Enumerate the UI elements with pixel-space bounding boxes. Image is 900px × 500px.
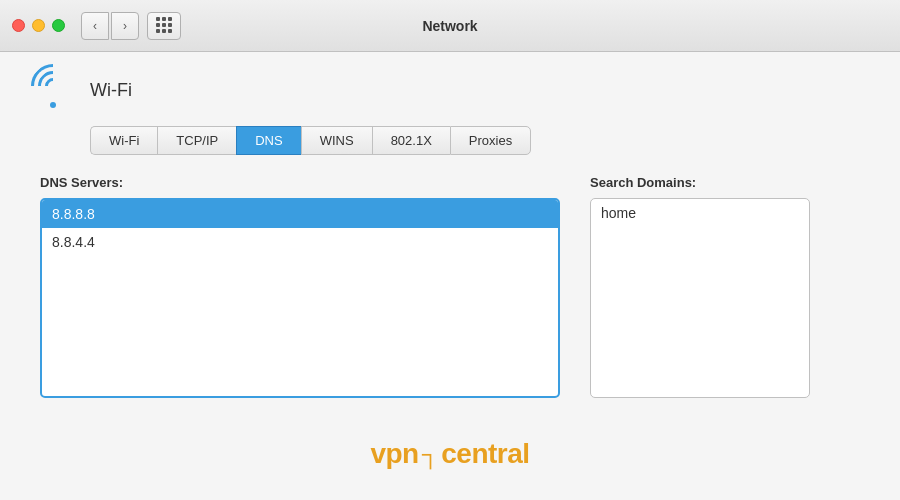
tab-tcpip[interactable]: TCP/IP bbox=[157, 126, 236, 155]
main-content: Wi-Fi Wi-Fi TCP/IP DNS WINS 802.1X Proxi… bbox=[0, 52, 900, 500]
titlebar: ‹ › Network bbox=[0, 0, 900, 52]
dns-area: DNS Servers: 8.8.8.8 8.8.4.4 Search Doma… bbox=[30, 175, 870, 398]
grid-button[interactable] bbox=[147, 12, 181, 40]
dns-servers-label: DNS Servers: bbox=[40, 175, 560, 190]
watermark-central: central bbox=[441, 438, 529, 470]
search-domain-item[interactable]: home bbox=[591, 199, 809, 227]
watermark: vpn ┐ central bbox=[370, 438, 529, 470]
wifi-icon bbox=[30, 72, 76, 108]
nav-buttons: ‹ › bbox=[81, 12, 139, 40]
maximize-button[interactable] bbox=[52, 19, 65, 32]
dns-servers-list[interactable]: 8.8.8.8 8.8.4.4 bbox=[40, 198, 560, 398]
back-button[interactable]: ‹ bbox=[81, 12, 109, 40]
grid-icon bbox=[156, 17, 173, 34]
back-icon: ‹ bbox=[93, 19, 97, 33]
wifi-label: Wi-Fi bbox=[90, 80, 132, 101]
watermark-vpn: vpn bbox=[370, 438, 418, 470]
wifi-dot bbox=[50, 102, 56, 108]
search-domains-section: Search Domains: home bbox=[590, 175, 870, 398]
tab-proxies[interactable]: Proxies bbox=[450, 126, 531, 155]
minimize-button[interactable] bbox=[32, 19, 45, 32]
forward-button[interactable]: › bbox=[111, 12, 139, 40]
search-domains-label: Search Domains: bbox=[590, 175, 870, 190]
search-domains-list[interactable]: home bbox=[590, 198, 810, 398]
forward-icon: › bbox=[123, 19, 127, 33]
dns-servers-section: DNS Servers: 8.8.8.8 8.8.4.4 bbox=[40, 175, 560, 398]
window-controls bbox=[12, 19, 65, 32]
tabs-container: Wi-Fi TCP/IP DNS WINS 802.1X Proxies bbox=[90, 126, 870, 155]
window-title: Network bbox=[422, 18, 477, 34]
tab-8021x[interactable]: 802.1X bbox=[372, 126, 450, 155]
wifi-header: Wi-Fi bbox=[30, 72, 870, 108]
dns-server-item[interactable]: 8.8.8.8 bbox=[42, 200, 558, 228]
tab-wifi[interactable]: Wi-Fi bbox=[90, 126, 157, 155]
close-button[interactable] bbox=[12, 19, 25, 32]
tab-wins[interactable]: WINS bbox=[301, 126, 372, 155]
tab-dns[interactable]: DNS bbox=[236, 126, 300, 155]
dns-server-item[interactable]: 8.8.4.4 bbox=[42, 228, 558, 256]
fork-icon: ┐ bbox=[422, 440, 439, 468]
